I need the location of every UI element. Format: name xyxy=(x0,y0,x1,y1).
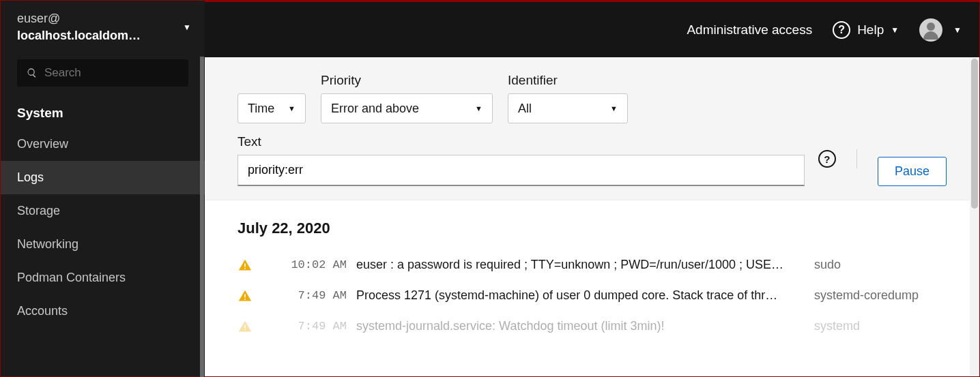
warning-icon xyxy=(237,320,253,333)
topbar: Administrative access ? Help ▼ ▼ xyxy=(205,1,979,57)
user-menu[interactable]: ▼ xyxy=(919,18,962,42)
log-message: Process 1271 (systemd-machine) of user 0… xyxy=(356,288,803,303)
pause-button[interactable]: Pause xyxy=(878,157,947,186)
warning-icon xyxy=(237,258,253,272)
identifier-label: Identifier xyxy=(508,73,628,88)
text-filter-wrap xyxy=(237,155,805,186)
svg-rect-0 xyxy=(244,263,246,267)
sidebar-item-networking[interactable]: Networking xyxy=(1,228,205,261)
sidebar-scrollbar[interactable] xyxy=(200,57,204,377)
svg-rect-1 xyxy=(244,268,246,269)
log-message: systemd-journald.service: Watchdog timeo… xyxy=(356,319,803,333)
content-scrollbar[interactable] xyxy=(970,57,979,376)
log-time: 10:02 AM xyxy=(272,258,349,271)
priority-select-value: Error and above xyxy=(331,102,419,116)
help-menu[interactable]: ? Help ▼ xyxy=(833,21,899,39)
warning-icon xyxy=(237,289,253,303)
log-filters: Time Priority Error and above Identifier… xyxy=(205,57,979,200)
identifier-select-value: All xyxy=(518,102,532,116)
chevron-down-icon: ▼ xyxy=(891,25,899,35)
text-filter-label: Text xyxy=(237,134,805,149)
time-select-value: Time xyxy=(248,102,274,116)
svg-rect-5 xyxy=(244,329,246,331)
sidebar: euser@ localhost.localdom… ▼ System Over… xyxy=(1,1,205,376)
avatar-icon xyxy=(919,18,942,42)
sidebar-section-system: System xyxy=(1,96,205,127)
log-time: 7:49 AM xyxy=(272,289,349,302)
content: Time Priority Error and above Identifier… xyxy=(205,57,979,376)
svg-rect-3 xyxy=(244,299,246,300)
priority-select[interactable]: Error and above xyxy=(321,93,493,123)
log-source: sudo xyxy=(810,258,947,272)
chevron-down-icon: ▼ xyxy=(183,22,191,32)
sidebar-item-overview[interactable]: Overview xyxy=(1,127,205,161)
log-time: 7:49 AM xyxy=(272,320,349,333)
log-list: July 22, 2020 10:02 AM euser : a passwor… xyxy=(205,200,979,361)
help-icon[interactable]: ? xyxy=(818,150,836,168)
log-message: euser : a password is required ; TTY=unk… xyxy=(356,258,803,272)
svg-rect-2 xyxy=(244,294,246,297)
divider xyxy=(856,149,857,168)
connected-user: euser@ xyxy=(17,10,141,27)
connected-host: localhost.localdom… xyxy=(17,27,141,44)
host-switcher[interactable]: euser@ localhost.localdom… ▼ xyxy=(1,1,205,54)
log-source: systemd-coredump xyxy=(810,288,947,303)
sidebar-item-logs[interactable]: Logs xyxy=(1,161,205,194)
administrative-access-link[interactable]: Administrative access xyxy=(687,22,812,37)
text-filter-input[interactable] xyxy=(248,163,794,177)
sidebar-search[interactable] xyxy=(17,59,188,87)
sidebar-search-input[interactable] xyxy=(44,66,179,80)
log-source: systemd xyxy=(810,319,947,333)
time-select[interactable]: Time xyxy=(237,93,306,123)
log-entry[interactable]: 10:02 AM euser : a password is required … xyxy=(237,250,947,280)
sidebar-item-storage[interactable]: Storage xyxy=(1,194,205,228)
identifier-select[interactable]: All xyxy=(508,93,628,123)
log-entry[interactable]: 7:49 AM systemd-journald.service: Watchd… xyxy=(237,311,947,342)
priority-label: Priority xyxy=(321,73,493,88)
sidebar-item-accounts[interactable]: Accounts xyxy=(1,295,205,328)
help-icon: ? xyxy=(833,21,850,39)
main: Administrative access ? Help ▼ ▼ Time xyxy=(205,1,979,376)
chevron-down-icon: ▼ xyxy=(953,25,962,35)
scrollbar-thumb[interactable] xyxy=(971,59,978,209)
log-entry[interactable]: 7:49 AM Process 1271 (systemd-machine) o… xyxy=(237,280,947,311)
log-date-heading: July 22, 2020 xyxy=(237,220,947,237)
sidebar-item-podman-containers[interactable]: Podman Containers xyxy=(1,261,205,295)
help-label: Help xyxy=(857,22,884,37)
search-icon xyxy=(27,67,38,79)
svg-rect-4 xyxy=(244,325,246,328)
